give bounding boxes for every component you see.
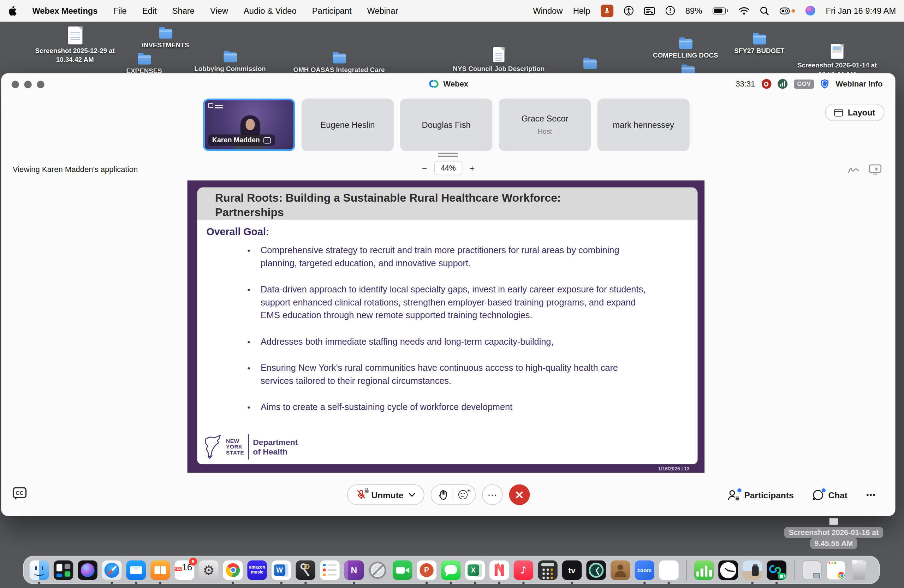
doh-watermark-logo bbox=[208, 103, 223, 108]
more-panels-button[interactable]: ⋯ bbox=[866, 489, 876, 500]
dock-zoom[interactable]: zoom bbox=[635, 560, 655, 580]
zoom-level-value[interactable]: 44% bbox=[435, 161, 462, 175]
dock-settings[interactable]: ⚙ bbox=[199, 560, 218, 580]
dock-keychain[interactable] bbox=[296, 560, 316, 580]
connection-quality-icon[interactable] bbox=[778, 79, 787, 89]
slide-bullet: Aims to create a self-sustaining cycle o… bbox=[246, 401, 650, 414]
dock-apple-music[interactable]: ♪ bbox=[514, 560, 534, 580]
dock-news[interactable] bbox=[490, 560, 509, 580]
screenshot-file-icon bbox=[829, 518, 838, 525]
calendar-badge: 8 bbox=[189, 557, 198, 565]
file-icon bbox=[493, 47, 505, 62]
dock-numbers[interactable] bbox=[694, 560, 714, 580]
wifi-icon[interactable] bbox=[739, 7, 750, 15]
dock-onenote[interactable]: N bbox=[344, 560, 364, 580]
unmute-button[interactable]: Unmute bbox=[347, 484, 424, 505]
dock-facetime[interactable] bbox=[393, 560, 412, 580]
siri-icon[interactable] bbox=[806, 6, 815, 16]
dock-word[interactable]: W bbox=[272, 560, 291, 580]
nys-doh-logo: NEWYORKSTATE Departmentof Health bbox=[202, 434, 298, 460]
participants-panel-button[interactable]: Participants bbox=[727, 489, 794, 500]
dock-reminders[interactable] bbox=[320, 560, 340, 580]
menu-window[interactable]: Window bbox=[533, 6, 563, 15]
control-center-icon[interactable] bbox=[780, 7, 795, 14]
menu-edit[interactable]: Edit bbox=[142, 6, 157, 15]
keyboard-settings-icon[interactable] bbox=[644, 7, 655, 15]
participant-tile-mark-hennessey[interactable]: mark hennessey bbox=[597, 98, 689, 151]
dock-calendar[interactable]: JAN168 bbox=[175, 560, 194, 580]
desktop-folder-label: INVESTMENTS bbox=[142, 41, 189, 49]
desktop-folder-omh-oasas[interactable]: OMH OASAS Integrated Care bbox=[281, 54, 397, 74]
dock-notes[interactable] bbox=[659, 560, 679, 580]
dock-apple-tv[interactable]: tv bbox=[562, 560, 582, 580]
menu-audio-video[interactable]: Audio & Video bbox=[243, 6, 297, 15]
menu-file[interactable]: File bbox=[113, 6, 127, 15]
participant-tile-karen-madden[interactable]: Karen Madden ↑ bbox=[203, 98, 295, 151]
zoom-out-button[interactable]: − bbox=[422, 163, 427, 173]
menu-app-name[interactable]: Webex Meetings bbox=[32, 6, 98, 15]
menu-help[interactable]: Help bbox=[573, 6, 590, 15]
desktop-file-nys-council-job[interactable]: NYS Council Job Description bbox=[448, 47, 550, 73]
screenshot-file-toast[interactable]: Screenshot 2026-01-16 at 9.45.55 AM bbox=[783, 518, 884, 549]
dock-messages[interactable] bbox=[441, 560, 461, 580]
menu-view[interactable]: View bbox=[210, 6, 228, 15]
webex-window: Webex 33:31 GOV Webinar Info Karen Madde… bbox=[1, 73, 895, 516]
participant-tile-grace-secor[interactable]: Grace SecorHost bbox=[499, 98, 591, 151]
spotlight-search-icon[interactable] bbox=[760, 6, 769, 15]
zoom-in-button[interactable]: + bbox=[469, 163, 475, 173]
dock-separator bbox=[686, 560, 687, 580]
layout-grid-icon bbox=[834, 109, 843, 116]
dock-separator bbox=[794, 560, 795, 580]
desktop-folder-lobbying-commission[interactable]: Lobbying Commission bbox=[179, 53, 281, 73]
unmute-options-chevron-icon[interactable] bbox=[409, 493, 415, 496]
muted-mic-icon bbox=[356, 489, 366, 500]
closed-captions-button[interactable]: CC bbox=[13, 487, 27, 498]
remote-control-icon[interactable] bbox=[869, 164, 881, 174]
annotate-icon[interactable] bbox=[847, 165, 860, 174]
desktop-folder-unlabeled-1[interactable] bbox=[539, 59, 640, 71]
menu-webinar[interactable]: Webinar bbox=[367, 6, 398, 15]
desktop-folder-investments[interactable]: INVESTMENTS bbox=[115, 29, 216, 50]
menu-participant[interactable]: Participant bbox=[312, 6, 352, 15]
dock-blocked-disc[interactable] bbox=[368, 560, 388, 580]
dock-minimized-browser-window[interactable] bbox=[826, 560, 846, 580]
dock-mail[interactable] bbox=[126, 560, 146, 580]
dock-mission-control[interactable] bbox=[54, 560, 73, 580]
dock-contacts[interactable] bbox=[610, 560, 630, 580]
layout-button[interactable]: Layout bbox=[825, 104, 884, 121]
dock-calculator[interactable] bbox=[538, 560, 558, 580]
recording-indicator-icon[interactable] bbox=[761, 79, 771, 89]
participant-tile-eugene-heslin[interactable]: Eugene Heslin bbox=[302, 98, 394, 151]
dock-excel[interactable]: X bbox=[465, 560, 485, 580]
dock-books[interactable] bbox=[150, 560, 170, 580]
menu-clock-label[interactable]: Fri Jan 16 9:49 AM bbox=[826, 6, 896, 15]
security-shield-icon[interactable] bbox=[821, 79, 829, 89]
participant-strip: Karen Madden ↑ Eugene Heslin Douglas Fis… bbox=[203, 98, 690, 151]
dock-webex[interactable] bbox=[767, 560, 786, 580]
strip-resize-handle[interactable] bbox=[438, 153, 458, 158]
dock-finder[interactable] bbox=[29, 560, 49, 580]
recent-items-icon[interactable] bbox=[665, 6, 675, 16]
accessibility-icon[interactable] bbox=[624, 6, 634, 16]
dock-safari[interactable] bbox=[102, 560, 122, 580]
dock-powerpoint[interactable]: P bbox=[417, 560, 436, 580]
chat-panel-button[interactable]: Chat bbox=[812, 489, 847, 500]
dock-time-machine[interactable] bbox=[586, 560, 606, 580]
dock-clock[interactable] bbox=[718, 560, 738, 580]
menu-share[interactable]: Share bbox=[172, 6, 194, 15]
participant-tile-douglas-fish[interactable]: Douglas Fish bbox=[400, 98, 492, 151]
dock-minimized-window[interactable] bbox=[802, 560, 822, 580]
mic-in-use-indicator[interactable] bbox=[601, 4, 613, 17]
folder-icon bbox=[679, 39, 692, 49]
leave-meeting-button[interactable]: × bbox=[509, 484, 530, 505]
raise-hand-button[interactable] bbox=[439, 490, 447, 500]
dock-amazon-music[interactable]: amazonmusic bbox=[247, 560, 267, 580]
dock-siri[interactable] bbox=[78, 560, 98, 580]
dock-chrome[interactable] bbox=[223, 560, 243, 580]
apple-menu-icon[interactable] bbox=[8, 6, 17, 16]
more-options-button[interactable]: ⋯ bbox=[482, 484, 503, 505]
dock-trash[interactable] bbox=[850, 560, 868, 580]
dock-preview-photo[interactable] bbox=[743, 560, 762, 580]
reactions-button[interactable]: + bbox=[458, 490, 468, 499]
webinar-info-button[interactable]: Webinar Info bbox=[836, 79, 883, 88]
